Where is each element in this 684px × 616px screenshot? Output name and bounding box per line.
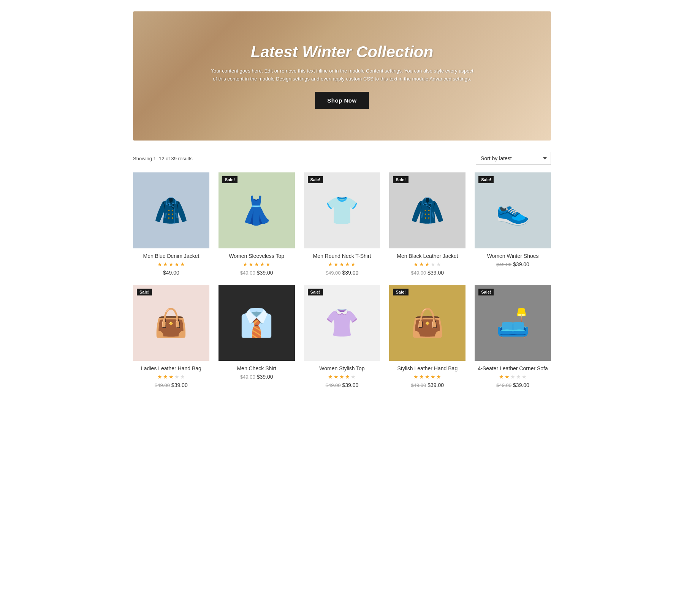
star-filled: ★ bbox=[345, 261, 350, 267]
sort-select[interactable]: Sort by latestSort by price: low to high… bbox=[476, 152, 551, 165]
product-card[interactable]: Sale! 👚 Women Stylish Top ★★★★★ $49.00$3… bbox=[304, 285, 380, 388]
star-filled: ★ bbox=[163, 261, 168, 267]
product-image-wrapper: Sale! 🛋️ bbox=[475, 285, 551, 361]
product-card[interactable]: 👔 Men Check Shirt $49.00$39.00 bbox=[218, 285, 295, 388]
product-card[interactable]: Sale! 👗 Women Sleeveless Top ★★★★★ $49.0… bbox=[218, 172, 295, 276]
price-regular: $49.00 bbox=[163, 270, 179, 276]
product-image: 🛋️ bbox=[475, 285, 551, 361]
star-filled: ★ bbox=[328, 261, 333, 267]
star-filled: ★ bbox=[157, 261, 162, 267]
sale-badge: Sale! bbox=[478, 176, 494, 183]
product-card[interactable]: Sale! 👟 Women Winter Shoes $49.00$39.00 bbox=[475, 172, 551, 276]
star-filled: ★ bbox=[249, 261, 253, 267]
product-image: 👚 bbox=[304, 285, 380, 361]
star-filled: ★ bbox=[266, 261, 271, 267]
product-name: Women Stylish Top bbox=[319, 365, 364, 371]
product-image-wrapper: Sale! 👟 bbox=[475, 172, 551, 248]
product-image: 👔 bbox=[218, 285, 295, 361]
product-price: $49.00$39.00 bbox=[496, 261, 529, 267]
star-filled: ★ bbox=[419, 261, 424, 267]
price-original: $49.00 bbox=[496, 262, 511, 267]
star-filled: ★ bbox=[419, 374, 424, 380]
sort-wrapper: Sort by latestSort by price: low to high… bbox=[476, 152, 551, 165]
star-filled: ★ bbox=[413, 261, 418, 267]
star-filled: ★ bbox=[180, 261, 185, 267]
product-price: $49.00$39.00 bbox=[411, 382, 444, 388]
star-empty: ★ bbox=[351, 374, 356, 380]
product-card[interactable]: Sale! 👜 Stylish Leather Hand Bag ★★★★★ $… bbox=[389, 285, 466, 388]
product-image: 👜 bbox=[389, 285, 466, 361]
product-stars: ★★★★★ bbox=[499, 374, 527, 380]
product-image-wrapper: Sale! 👕 bbox=[304, 172, 380, 248]
product-image: 👕 bbox=[304, 172, 380, 248]
product-image-wrapper: Sale! 🧥 bbox=[389, 172, 466, 248]
product-image-wrapper: 👔 bbox=[218, 285, 295, 361]
product-image: 👟 bbox=[475, 172, 551, 248]
star-filled: ★ bbox=[339, 261, 344, 267]
product-price: $49.00$39.00 bbox=[496, 382, 529, 388]
product-stars: ★★★★★ bbox=[243, 261, 271, 267]
star-empty: ★ bbox=[436, 261, 441, 267]
product-image: 🧥 bbox=[133, 172, 209, 248]
product-stars: ★★★★★ bbox=[328, 374, 356, 380]
product-stars: ★★★★★ bbox=[328, 261, 356, 267]
star-filled: ★ bbox=[254, 261, 259, 267]
product-name: 4-Seater Leather Corner Sofa bbox=[478, 365, 548, 371]
price-original: $49.00 bbox=[411, 270, 426, 276]
product-name: Men Round Neck T-Shirt bbox=[313, 253, 371, 259]
star-filled: ★ bbox=[339, 374, 344, 380]
product-stars: ★★★★★ bbox=[413, 261, 441, 267]
sale-badge: Sale! bbox=[308, 176, 323, 183]
star-filled: ★ bbox=[243, 261, 248, 267]
star-filled: ★ bbox=[169, 261, 174, 267]
product-name: Women Winter Shoes bbox=[487, 253, 539, 259]
product-price: $49.00$39.00 bbox=[326, 270, 359, 276]
product-image-wrapper: Sale! 👜 bbox=[389, 285, 466, 361]
price-original: $49.00 bbox=[155, 382, 170, 388]
product-image-wrapper: Sale! 👚 bbox=[304, 285, 380, 361]
shop-controls: Showing 1–12 of 39 results Sort by lates… bbox=[133, 152, 551, 165]
sale-badge: Sale! bbox=[393, 176, 408, 183]
product-price: $49.00$39.00 bbox=[240, 374, 273, 380]
product-card[interactable]: Sale! 🛋️ 4-Seater Leather Corner Sofa ★★… bbox=[475, 285, 551, 388]
hero-subtitle: Your content goes here. Edit or remove t… bbox=[209, 67, 475, 83]
product-image: 👗 bbox=[218, 172, 295, 248]
product-price: $49.00$39.00 bbox=[240, 270, 273, 276]
sale-badge: Sale! bbox=[308, 289, 323, 295]
star-filled: ★ bbox=[505, 374, 510, 380]
sale-badge: Sale! bbox=[478, 289, 494, 295]
shop-now-button[interactable]: Shop Now bbox=[315, 92, 369, 109]
price-sale: $39.00 bbox=[257, 270, 273, 276]
product-price: $49.00$39.00 bbox=[155, 382, 188, 388]
product-image-wrapper: Sale! 👜 bbox=[133, 285, 209, 361]
sale-badge: Sale! bbox=[393, 289, 408, 295]
star-filled: ★ bbox=[425, 261, 430, 267]
product-card[interactable]: 🧥 Men Blue Denim Jacket ★★★★★ $49.00 bbox=[133, 172, 209, 276]
star-empty: ★ bbox=[180, 374, 185, 380]
star-filled: ★ bbox=[413, 374, 418, 380]
product-card[interactable]: Sale! 🧥 Men Black Leather Jacket ★★★★★ $… bbox=[389, 172, 466, 276]
product-image: 👜 bbox=[133, 285, 209, 361]
price-sale: $39.00 bbox=[257, 374, 273, 380]
product-card[interactable]: Sale! 👕 Men Round Neck T-Shirt ★★★★★ $49… bbox=[304, 172, 380, 276]
star-filled: ★ bbox=[174, 261, 179, 267]
product-price: $49.00 bbox=[163, 270, 179, 276]
price-original: $49.00 bbox=[411, 382, 426, 388]
product-name: Men Blue Denim Jacket bbox=[143, 253, 199, 259]
star-filled: ★ bbox=[351, 261, 356, 267]
star-filled: ★ bbox=[163, 374, 168, 380]
price-original: $49.00 bbox=[496, 382, 511, 388]
star-empty: ★ bbox=[431, 261, 435, 267]
star-empty: ★ bbox=[516, 374, 521, 380]
price-original: $49.00 bbox=[240, 374, 255, 380]
sale-badge: Sale! bbox=[222, 176, 238, 183]
star-filled: ★ bbox=[425, 374, 430, 380]
price-sale: $39.00 bbox=[428, 270, 444, 276]
product-card[interactable]: Sale! 👜 Ladies Leather Hand Bag ★★★★★ $4… bbox=[133, 285, 209, 388]
star-filled: ★ bbox=[436, 374, 441, 380]
star-empty: ★ bbox=[522, 374, 527, 380]
price-sale: $39.00 bbox=[428, 382, 444, 388]
product-image: 🧥 bbox=[389, 172, 466, 248]
star-filled: ★ bbox=[328, 374, 333, 380]
star-empty: ★ bbox=[510, 374, 515, 380]
